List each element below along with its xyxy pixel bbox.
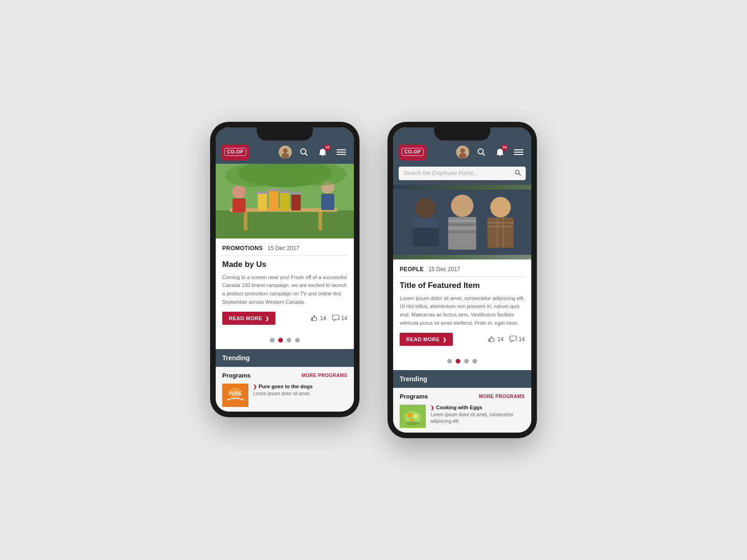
coop-logo-1[interactable]: CO-OP <box>221 144 249 160</box>
category-label-1: PROMOTIONS <box>222 245 263 252</box>
dot-2-4[interactable] <box>472 359 477 364</box>
svg-rect-60 <box>510 336 516 341</box>
svg-point-2 <box>282 153 289 159</box>
svg-point-44 <box>416 198 436 218</box>
program-item-1[interactable]: PURE ❯ Pure goes to the dogs Lorem ipsum… <box>222 384 347 407</box>
program-arrow-1: ❯ <box>253 384 257 389</box>
read-more-arrow-1: ❯ <box>265 316 269 321</box>
svg-rect-22 <box>233 198 246 212</box>
phone-1-frame: CO-OP <box>210 122 359 417</box>
trending-label-2: Trending <box>400 375 427 383</box>
coop-logo-2[interactable]: CO-OP <box>399 144 427 160</box>
svg-rect-18 <box>268 189 279 191</box>
svg-rect-9 <box>216 210 354 238</box>
dot-2-3[interactable] <box>464 359 469 364</box>
avatar-icon-1[interactable] <box>278 145 292 159</box>
search-placeholder-2: Search the Employee Portal... <box>403 170 514 176</box>
more-programs-link-2[interactable]: MORE PROGRAMS <box>479 394 525 399</box>
header-icons-2: 18 <box>456 145 526 159</box>
svg-rect-51 <box>448 227 476 229</box>
dot-2-1[interactable] <box>447 359 452 364</box>
read-more-button-1[interactable]: READ MORE ❯ <box>222 312 275 325</box>
trending-section-2: Trending <box>393 370 531 388</box>
svg-point-65 <box>410 419 413 421</box>
svg-rect-52 <box>448 231 476 233</box>
hero-image-1 <box>216 164 354 238</box>
trending-section-1: Trending <box>216 349 354 367</box>
svg-rect-16 <box>291 193 301 210</box>
programs-title-2: Programs <box>400 393 428 400</box>
dot-1-2[interactable] <box>278 338 283 343</box>
program-thumb-2 <box>400 405 426 428</box>
programs-section-2: Programs MORE PROGRAMS <box>393 388 531 433</box>
notification-icon-1[interactable]: 18 <box>316 145 330 159</box>
header-icons-1: 18 <box>278 145 348 159</box>
read-more-button-2[interactable]: READ MORE ❯ <box>400 333 453 346</box>
likes-count-2[interactable]: 14 <box>488 336 503 343</box>
svg-line-42 <box>519 174 521 175</box>
card-actions-2: READ MORE ❯ 14 <box>400 333 525 346</box>
svg-point-21 <box>233 185 246 198</box>
search-input-wrap-2[interactable]: Search the Employee Portal... <box>399 167 526 180</box>
comments-count-1[interactable]: 14 <box>332 315 347 322</box>
more-programs-link-1[interactable]: MORE PROGRAMS <box>302 373 347 378</box>
program-text-1: ❯ Pure goes to the dogs Lorem ipsum dolo… <box>253 384 347 397</box>
search-bar-2: Search the Employee Portal... <box>393 164 531 185</box>
dot-2-2[interactable] <box>456 359 460 364</box>
svg-rect-59 <box>489 339 490 342</box>
card-actions-1: READ MORE ❯ 14 <box>222 312 347 325</box>
notification-badge-1: 18 <box>324 144 331 151</box>
svg-rect-17 <box>257 191 268 194</box>
dot-1-3[interactable] <box>287 338 291 343</box>
svg-rect-28 <box>311 318 312 321</box>
phone-1-screen: CO-OP <box>216 127 354 412</box>
notification-icon-2[interactable]: 18 <box>493 145 507 159</box>
svg-line-4 <box>305 153 308 155</box>
category-label-2: PEOPLE <box>400 266 424 273</box>
avatar-icon-2[interactable] <box>456 145 470 159</box>
svg-rect-20 <box>290 192 302 195</box>
dot-1-4[interactable] <box>295 338 300 343</box>
category-date-1: 15 Dec 2017 <box>268 245 299 252</box>
search-icon-1[interactable] <box>297 145 311 159</box>
program-text-2: ❯ Cooking with Eggs Lorem ipsum dolor si… <box>430 405 525 425</box>
phone-2-frame: CO-OP <box>388 122 537 438</box>
svg-line-37 <box>483 153 485 155</box>
svg-rect-57 <box>497 217 498 248</box>
program-arrow-2: ❯ <box>430 405 434 410</box>
phone-1-notch <box>257 127 313 140</box>
svg-point-66 <box>406 421 419 425</box>
programs-section-1: Programs MORE PROGRAMS PURE <box>216 367 354 412</box>
svg-rect-14 <box>269 189 278 210</box>
hero-promotions <box>216 164 354 238</box>
svg-rect-48 <box>448 217 476 250</box>
svg-rect-56 <box>487 226 514 227</box>
program-desc-2: Lorem ipsum dolor sit amet, consectetur … <box>430 412 525 425</box>
menu-icon-1[interactable] <box>334 145 348 159</box>
svg-point-64 <box>414 414 417 418</box>
dot-1-1[interactable] <box>270 338 275 343</box>
svg-point-1 <box>283 148 288 153</box>
avatar-2 <box>456 146 469 159</box>
trending-label-1: Trending <box>222 354 250 362</box>
category-date-2: 15 Dec 2017 <box>429 266 460 273</box>
svg-rect-19 <box>279 190 290 193</box>
svg-rect-55 <box>487 222 514 224</box>
likes-count-1[interactable]: 14 <box>310 315 326 322</box>
svg-rect-58 <box>502 217 504 248</box>
program-thumb-1: PURE <box>222 384 248 407</box>
action-counts-2: 14 14 <box>488 336 525 343</box>
svg-rect-46 <box>413 218 439 228</box>
dots-indicator-2 <box>393 356 531 370</box>
read-more-arrow-2: ❯ <box>443 337 447 342</box>
search-submit-icon-2[interactable] <box>514 169 521 177</box>
notification-badge-2: 18 <box>501 144 508 151</box>
search-icon-2[interactable] <box>474 145 488 159</box>
program-item-2[interactable]: ❯ Cooking with Eggs Lorem ipsum dolor si… <box>400 405 525 428</box>
program-desc-1: Lorem ipsum dolor sit amet, <box>253 391 347 397</box>
svg-point-47 <box>451 195 473 217</box>
menu-icon-2[interactable] <box>512 145 526 159</box>
comments-count-2[interactable]: 14 <box>509 336 525 343</box>
programs-header-1: Programs MORE PROGRAMS <box>222 372 347 379</box>
category-line-2: PEOPLE 15 Dec 2017 <box>400 266 525 277</box>
